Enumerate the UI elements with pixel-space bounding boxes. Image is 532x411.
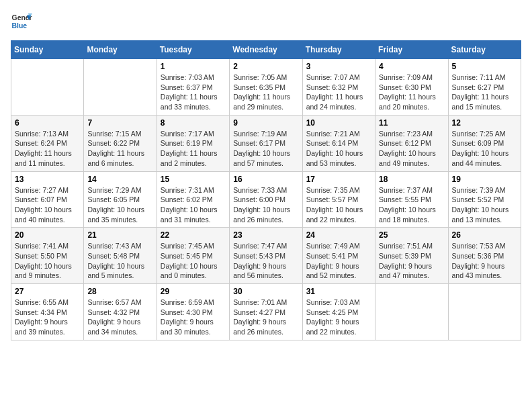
weekday-header-monday: Monday	[84, 41, 157, 59]
day-info: Sunrise: 7:39 AM Sunset: 5:52 PM Dayligh…	[452, 185, 517, 225]
day-number: 13	[15, 175, 80, 184]
calendar-cell: 31Sunrise: 7:03 AM Sunset: 4:25 PM Dayli…	[302, 284, 375, 340]
day-info: Sunrise: 7:43 AM Sunset: 5:48 PM Dayligh…	[87, 241, 152, 281]
calendar-week-2: 6Sunrise: 7:13 AM Sunset: 6:24 PM Daylig…	[11, 115, 521, 171]
day-number: 23	[233, 230, 298, 240]
day-number: 18	[379, 175, 444, 184]
day-number: 22	[161, 230, 226, 240]
calendar-cell	[11, 59, 84, 116]
day-number: 19	[452, 175, 517, 184]
calendar-cell: 8Sunrise: 7:17 AM Sunset: 6:19 PM Daylig…	[157, 115, 229, 171]
day-info: Sunrise: 7:09 AM Sunset: 6:30 PM Dayligh…	[379, 73, 444, 112]
calendar-cell: 20Sunrise: 7:41 AM Sunset: 5:50 PM Dayli…	[11, 228, 84, 284]
day-number: 3	[306, 62, 371, 71]
day-info: Sunrise: 7:33 AM Sunset: 6:00 PM Dayligh…	[233, 185, 298, 225]
calendar-cell: 30Sunrise: 7:01 AM Sunset: 4:27 PM Dayli…	[230, 284, 302, 340]
day-info: Sunrise: 7:17 AM Sunset: 6:19 PM Dayligh…	[161, 129, 226, 169]
day-info: Sunrise: 7:05 AM Sunset: 6:35 PM Dayligh…	[233, 73, 298, 112]
day-info: Sunrise: 7:27 AM Sunset: 6:07 PM Dayligh…	[15, 185, 80, 225]
calendar-week-5: 27Sunrise: 6:55 AM Sunset: 4:34 PM Dayli…	[11, 284, 521, 340]
day-info: Sunrise: 7:07 AM Sunset: 6:32 PM Dayligh…	[306, 73, 371, 112]
calendar-cell: 26Sunrise: 7:53 AM Sunset: 5:36 PM Dayli…	[448, 228, 521, 284]
calendar-cell: 29Sunrise: 6:59 AM Sunset: 4:30 PM Dayli…	[157, 284, 229, 340]
day-info: Sunrise: 7:03 AM Sunset: 6:37 PM Dayligh…	[161, 73, 226, 112]
calendar-cell: 22Sunrise: 7:45 AM Sunset: 5:45 PM Dayli…	[157, 228, 229, 284]
day-number: 10	[306, 118, 371, 128]
day-info: Sunrise: 7:51 AM Sunset: 5:39 PM Dayligh…	[379, 241, 444, 281]
calendar-week-3: 13Sunrise: 7:27 AM Sunset: 6:07 PM Dayli…	[11, 171, 521, 228]
weekday-header-friday: Friday	[375, 41, 448, 59]
day-number: 11	[379, 118, 444, 128]
day-info: Sunrise: 7:13 AM Sunset: 6:24 PM Dayligh…	[15, 129, 80, 169]
day-number: 17	[306, 175, 371, 184]
day-info: Sunrise: 7:19 AM Sunset: 6:17 PM Dayligh…	[233, 129, 298, 169]
day-number: 1	[161, 62, 226, 71]
day-info: Sunrise: 7:21 AM Sunset: 6:14 PM Dayligh…	[306, 129, 371, 169]
calendar-cell: 25Sunrise: 7:51 AM Sunset: 5:39 PM Dayli…	[375, 228, 448, 284]
day-info: Sunrise: 7:45 AM Sunset: 5:45 PM Dayligh…	[161, 241, 226, 281]
calendar-cell: 23Sunrise: 7:47 AM Sunset: 5:43 PM Dayli…	[230, 228, 302, 284]
calendar-cell: 3Sunrise: 7:07 AM Sunset: 6:32 PM Daylig…	[302, 59, 375, 116]
calendar-cell: 28Sunrise: 6:57 AM Sunset: 4:32 PM Dayli…	[84, 284, 157, 340]
logo: General Blue	[11, 11, 32, 32]
day-info: Sunrise: 6:59 AM Sunset: 4:30 PM Dayligh…	[161, 298, 226, 337]
weekday-header-sunday: Sunday	[11, 41, 84, 59]
day-info: Sunrise: 7:41 AM Sunset: 5:50 PM Dayligh…	[15, 241, 80, 281]
calendar-cell: 24Sunrise: 7:49 AM Sunset: 5:41 PM Dayli…	[302, 228, 375, 284]
calendar-cell: 15Sunrise: 7:31 AM Sunset: 6:02 PM Dayli…	[157, 171, 229, 228]
day-number: 7	[87, 118, 152, 128]
day-info: Sunrise: 7:29 AM Sunset: 6:05 PM Dayligh…	[87, 185, 152, 225]
weekday-header-wednesday: Wednesday	[230, 41, 302, 59]
day-number: 30	[233, 287, 298, 296]
calendar-cell: 10Sunrise: 7:21 AM Sunset: 6:14 PM Dayli…	[302, 115, 375, 171]
day-info: Sunrise: 7:11 AM Sunset: 6:27 PM Dayligh…	[452, 73, 517, 112]
calendar-cell	[84, 59, 157, 116]
calendar-cell: 17Sunrise: 7:35 AM Sunset: 5:57 PM Dayli…	[302, 171, 375, 228]
day-number: 14	[87, 175, 152, 184]
calendar-cell: 13Sunrise: 7:27 AM Sunset: 6:07 PM Dayli…	[11, 171, 84, 228]
calendar-cell: 5Sunrise: 7:11 AM Sunset: 6:27 PM Daylig…	[448, 59, 521, 116]
day-number: 20	[15, 230, 80, 240]
day-number: 15	[161, 175, 226, 184]
day-number: 12	[452, 118, 517, 128]
day-number: 16	[233, 175, 298, 184]
calendar-cell: 4Sunrise: 7:09 AM Sunset: 6:30 PM Daylig…	[375, 59, 448, 116]
day-info: Sunrise: 7:49 AM Sunset: 5:41 PM Dayligh…	[306, 241, 371, 281]
day-info: Sunrise: 6:55 AM Sunset: 4:34 PM Dayligh…	[15, 298, 80, 337]
svg-text:Blue: Blue	[12, 22, 28, 30]
day-number: 24	[306, 230, 371, 240]
day-info: Sunrise: 7:01 AM Sunset: 4:27 PM Dayligh…	[233, 298, 298, 337]
calendar-cell: 11Sunrise: 7:23 AM Sunset: 6:12 PM Dayli…	[375, 115, 448, 171]
day-number: 4	[379, 62, 444, 71]
day-number: 28	[87, 287, 152, 296]
day-number: 8	[161, 118, 226, 128]
calendar-cell: 7Sunrise: 7:15 AM Sunset: 6:22 PM Daylig…	[84, 115, 157, 171]
weekday-header-saturday: Saturday	[448, 41, 521, 59]
calendar-cell: 19Sunrise: 7:39 AM Sunset: 5:52 PM Dayli…	[448, 171, 521, 228]
page-header: General Blue	[11, 11, 521, 32]
weekday-header-tuesday: Tuesday	[157, 41, 229, 59]
day-info: Sunrise: 7:35 AM Sunset: 5:57 PM Dayligh…	[306, 185, 371, 225]
day-info: Sunrise: 7:31 AM Sunset: 6:02 PM Dayligh…	[161, 185, 226, 225]
calendar-cell	[375, 284, 448, 340]
day-number: 27	[15, 287, 80, 296]
day-number: 26	[452, 230, 517, 240]
day-number: 5	[452, 62, 517, 71]
calendar-cell: 14Sunrise: 7:29 AM Sunset: 6:05 PM Dayli…	[84, 171, 157, 228]
day-number: 29	[161, 287, 226, 296]
calendar-cell: 9Sunrise: 7:19 AM Sunset: 6:17 PM Daylig…	[230, 115, 302, 171]
calendar-week-4: 20Sunrise: 7:41 AM Sunset: 5:50 PM Dayli…	[11, 228, 521, 284]
calendar-table: SundayMondayTuesdayWednesdayThursdayFrid…	[11, 40, 521, 340]
weekday-header-thursday: Thursday	[302, 41, 375, 59]
calendar-cell: 18Sunrise: 7:37 AM Sunset: 5:55 PM Dayli…	[375, 171, 448, 228]
calendar-cell: 27Sunrise: 6:55 AM Sunset: 4:34 PM Dayli…	[11, 284, 84, 340]
day-number: 9	[233, 118, 298, 128]
day-info: Sunrise: 7:25 AM Sunset: 6:09 PM Dayligh…	[452, 129, 517, 169]
day-info: Sunrise: 7:53 AM Sunset: 5:36 PM Dayligh…	[452, 241, 517, 281]
calendar-header-row: SundayMondayTuesdayWednesdayThursdayFrid…	[11, 41, 521, 59]
day-info: Sunrise: 7:03 AM Sunset: 4:25 PM Dayligh…	[306, 298, 371, 337]
day-info: Sunrise: 6:57 AM Sunset: 4:32 PM Dayligh…	[87, 298, 152, 337]
day-info: Sunrise: 7:47 AM Sunset: 5:43 PM Dayligh…	[233, 241, 298, 281]
calendar-cell: 2Sunrise: 7:05 AM Sunset: 6:35 PM Daylig…	[230, 59, 302, 116]
day-number: 21	[87, 230, 152, 240]
